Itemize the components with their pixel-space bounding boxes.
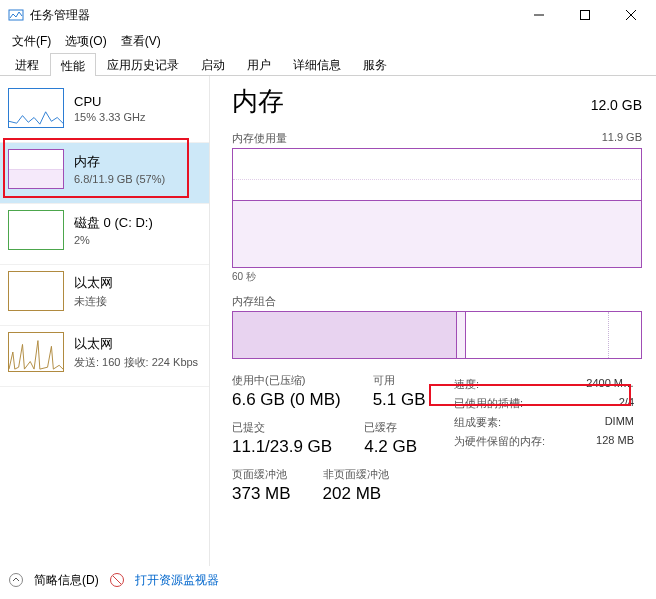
tabs: 进程 性能 应用历史记录 启动 用户 详细信息 服务 (0, 52, 656, 76)
total-memory: 12.0 GB (591, 97, 642, 113)
sidebar-item-sub: 发送: 160 接收: 224 Kbps (74, 355, 198, 370)
sidebar-item-disk[interactable]: 磁盘 0 (C: D:)2% (0, 204, 209, 265)
cached-label: 已缓存 (364, 420, 417, 435)
svg-point-5 (10, 574, 23, 587)
slots-value: 2/4 (619, 396, 634, 411)
sidebar-item-ethernet-1[interactable]: 以太网发送: 160 接收: 224 Kbps (0, 326, 209, 387)
titlebar: 任务管理器 (0, 0, 656, 30)
form-label: 组成要素: (454, 415, 501, 430)
footer: 简略信息(D) 打开资源监视器 (8, 569, 219, 591)
committed-value: 11.1/23.9 GB (232, 437, 332, 457)
graph-timescale: 60 秒 (232, 271, 256, 282)
sidebar-item-sub: 15% 3.33 GHz (74, 111, 146, 123)
usage-graph-max: 11.9 GB (602, 131, 642, 146)
tab-details[interactable]: 详细信息 (282, 52, 352, 75)
nonpaged-label: 非页面缓冲池 (323, 467, 389, 482)
tab-users[interactable]: 用户 (236, 52, 282, 75)
slots-label: 已使用的插槽: (454, 396, 523, 411)
svg-line-7 (113, 576, 121, 584)
reserved-label: 为硬件保留的内存: (454, 434, 545, 449)
usage-graph-label: 内存使用量 (232, 131, 287, 146)
sidebar-item-sub: 6.8/11.9 GB (57%) (74, 173, 165, 185)
tab-performance[interactable]: 性能 (50, 53, 96, 76)
reserved-value: 128 MB (596, 434, 634, 449)
minimize-button[interactable] (516, 0, 562, 30)
ethernet-sparkline (8, 332, 64, 372)
paged-label: 页面缓冲池 (232, 467, 291, 482)
maximize-button[interactable] (562, 0, 608, 30)
sidebar-item-memory[interactable]: 内存6.8/11.9 GB (57%) (0, 143, 209, 204)
chevron-up-icon[interactable] (8, 572, 24, 588)
menu-view[interactable]: 查看(V) (115, 31, 167, 52)
in-use-value: 6.6 GB (0 MB) (232, 390, 341, 410)
main-pane: 内存 12.0 GB 内存使用量11.9 GB 60 秒 内存组合 使用中(已压… (210, 76, 656, 566)
cached-value: 4.2 GB (364, 437, 417, 457)
disk-sparkline (8, 210, 64, 250)
tab-services[interactable]: 服务 (352, 52, 398, 75)
window-title: 任务管理器 (30, 7, 516, 24)
sidebar-item-label: 内存 (74, 153, 165, 171)
sidebar-item-sub: 2% (74, 234, 153, 246)
fewer-details-link[interactable]: 简略信息(D) (34, 572, 99, 589)
tab-startup[interactable]: 启动 (190, 52, 236, 75)
sidebar-item-ethernet-0[interactable]: 以太网未连接 (0, 265, 209, 326)
sidebar: CPU15% 3.33 GHz 内存6.8/11.9 GB (57%) 磁盘 0… (0, 76, 210, 566)
speed-value: 2400 M… (586, 377, 634, 392)
resmon-icon (109, 572, 125, 588)
nonpaged-value: 202 MB (323, 484, 389, 504)
menubar: 文件(F) 选项(O) 查看(V) (0, 30, 656, 52)
app-icon (8, 7, 24, 23)
paged-value: 373 MB (232, 484, 291, 504)
in-use-label: 使用中(已压缩) (232, 373, 341, 388)
open-resmon-link[interactable]: 打开资源监视器 (135, 572, 219, 589)
memory-usage-graph[interactable] (232, 148, 642, 268)
sidebar-item-label: 以太网 (74, 274, 113, 292)
sidebar-item-label: CPU (74, 94, 146, 109)
tab-app-history[interactable]: 应用历史记录 (96, 52, 190, 75)
speed-label: 速度: (454, 377, 479, 392)
cpu-sparkline (8, 88, 64, 128)
committed-label: 已提交 (232, 420, 332, 435)
tab-processes[interactable]: 进程 (4, 52, 50, 75)
sidebar-item-label: 磁盘 0 (C: D:) (74, 214, 153, 232)
close-button[interactable] (608, 0, 654, 30)
available-label: 可用 (373, 373, 426, 388)
available-value: 5.1 GB (373, 390, 426, 410)
ethernet-sparkline (8, 271, 64, 311)
memory-sparkline (8, 149, 64, 189)
composition-label: 内存组合 (232, 294, 642, 309)
page-title: 内存 (232, 84, 284, 119)
svg-rect-2 (581, 11, 590, 20)
sidebar-item-sub: 未连接 (74, 294, 113, 309)
form-value: DIMM (605, 415, 634, 430)
menu-options[interactable]: 选项(O) (59, 31, 112, 52)
sidebar-item-cpu[interactable]: CPU15% 3.33 GHz (0, 82, 209, 143)
memory-composition-graph[interactable] (232, 311, 642, 359)
menu-file[interactable]: 文件(F) (6, 31, 57, 52)
sidebar-item-label: 以太网 (74, 335, 198, 353)
